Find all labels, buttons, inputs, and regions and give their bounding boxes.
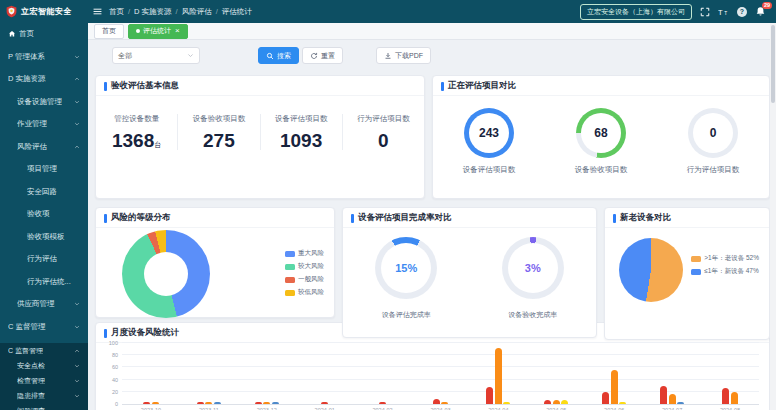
ring-gauge: 68设备验收项目数 <box>575 108 628 175</box>
logo: 立宏智能安全 <box>0 5 88 18</box>
chevron-down-icon <box>74 54 80 60</box>
page-scrollbar[interactable] <box>770 23 776 410</box>
svg-text:T: T <box>724 10 727 15</box>
legend-label: ≤1年：新设备 47% <box>704 267 759 276</box>
legend-label: 一般风险 <box>298 275 324 284</box>
card-device-age-header: 新老设备对比 <box>605 208 769 228</box>
sidebar-item[interactable]: D 实施资源 <box>0 68 88 91</box>
tab-page[interactable]: 首页 <box>94 24 124 39</box>
tab-label: 评估统计 <box>143 26 171 36</box>
sidebar-item[interactable]: C 监督管理 <box>0 316 88 339</box>
sidebar-item[interactable]: 首页 <box>0 23 88 46</box>
bar <box>503 402 510 404</box>
sidebar-item[interactable]: 检查管理 <box>0 373 88 388</box>
help-icon[interactable]: ? <box>737 7 747 17</box>
legend-swatch <box>691 256 701 262</box>
filter-select[interactable]: 全部 <box>112 47 200 64</box>
device-age-body: >1年：老设备 52%≤1年：新设备 47% <box>605 228 769 302</box>
company-button[interactable]: 立宏安全设备（上海）有限公司 <box>580 4 692 20</box>
card-title: 验收评估基本信息 <box>111 80 179 92</box>
logo-shield-icon <box>5 5 18 18</box>
completion-gauge-value: 3% <box>508 243 558 293</box>
font-size-icon[interactable]: TT <box>718 7 729 17</box>
sidebar-item-label: C 监督管理 <box>8 346 43 356</box>
bar <box>660 386 667 404</box>
bar <box>143 402 150 404</box>
card-completion-rates: 设备评估项目完成率对比 15%设备评估完成率3%设备验收完成率 <box>342 207 597 338</box>
sidebar-item[interactable]: 行为评估 <box>0 248 88 271</box>
sidebar-item[interactable]: 安全回路 <box>0 181 88 204</box>
fullscreen-icon[interactable] <box>700 7 710 17</box>
stat-label: 设备验收项目数 <box>178 114 259 124</box>
sidebar-item[interactable]: 设备设施管理 <box>0 91 88 114</box>
notification-badge: 29 <box>762 2 772 9</box>
sidebar-item[interactable]: 问题调查 <box>0 403 88 410</box>
stat-group: 管控设备数量1368台设备验收项目数275设备评估项目数1093行为评估项目数0 <box>96 114 424 150</box>
legend-item[interactable]: 较低风险 <box>285 288 324 297</box>
bar <box>205 402 212 404</box>
tab-active[interactable]: 评估统计× <box>128 24 188 39</box>
card-completion-header: 设备评估项目完成率对比 <box>343 208 596 228</box>
scrollbar-thumb[interactable] <box>771 25 775 103</box>
breadcrumb-item[interactable]: 首页 <box>109 7 124 17</box>
donut-hole <box>144 252 188 296</box>
svg-text:T: T <box>718 7 723 16</box>
completion-gauge: 3%设备验收完成率 <box>502 237 564 320</box>
chevron-down-icon <box>74 363 80 369</box>
sidebar-item-label: 项目管理 <box>27 164 57 174</box>
sidebar-item[interactable]: 隐患排查 <box>0 388 88 403</box>
search-button[interactable]: 搜索 <box>258 47 299 64</box>
sidebar-item-label: C 监督管理 <box>8 322 46 332</box>
sidebar-item[interactable]: 安全点检 <box>0 358 88 373</box>
bar <box>272 402 279 404</box>
ring-gauge-label: 行为评估项目数 <box>687 165 740 175</box>
breadcrumb-item[interactable]: D 实施资源 <box>134 7 172 17</box>
menu-toggle-icon[interactable] <box>93 7 102 16</box>
chevron-down-icon <box>74 99 80 105</box>
title-marker <box>104 82 107 91</box>
sidebar-item-label: 问题调查 <box>17 406 45 410</box>
legend-item[interactable]: ≤1年：新设备 47% <box>691 267 759 276</box>
breadcrumb-item[interactable]: 评估统计 <box>222 7 252 17</box>
chevron-down-icon <box>74 301 80 307</box>
bar-group <box>354 344 412 404</box>
sidebar-item[interactable]: 作业管理 <box>0 113 88 136</box>
bar-group <box>643 344 701 404</box>
legend-item[interactable]: >1年：老设备 52% <box>691 254 759 263</box>
bar <box>486 387 493 404</box>
legend-label: >1年：老设备 52% <box>704 254 759 263</box>
bar <box>433 399 440 404</box>
download-icon <box>384 52 392 60</box>
breadcrumb-separator: / <box>216 7 218 16</box>
sidebar-item[interactable]: P 管理体系 <box>0 46 88 69</box>
legend-item[interactable]: 一般风险 <box>285 275 324 284</box>
download-pdf-button[interactable]: 下载PDF <box>376 47 431 64</box>
breadcrumb-item[interactable]: 风险评估 <box>182 7 212 17</box>
bar <box>553 400 560 404</box>
card-device-age: 新老设备对比 >1年：老设备 52%≤1年：新设备 47% <box>604 207 770 340</box>
gridline <box>122 342 759 343</box>
title-marker <box>104 329 107 338</box>
sidebar-item[interactable]: 验收项模板 <box>0 226 88 249</box>
stat-item: 设备评估项目数1093 <box>261 114 343 150</box>
sidebar-item[interactable]: 项目管理 <box>0 158 88 181</box>
bar <box>669 394 676 404</box>
card-progress-header: 正在评估项目对比 <box>433 76 769 96</box>
sidebar-item[interactable]: 风险评估 <box>0 136 88 159</box>
chevron-down-icon <box>187 52 194 59</box>
sidebar-item[interactable]: 行为评估统... <box>0 271 88 294</box>
reset-button[interactable]: 重置 <box>302 47 343 64</box>
bar <box>255 402 262 404</box>
sidebar-item[interactable]: 供应商管理 <box>0 293 88 316</box>
chevron-down-icon <box>74 121 80 127</box>
legend-item[interactable]: 较大风险 <box>285 262 324 271</box>
bar-group <box>469 344 527 404</box>
tab-bar: 首页评估统计× <box>88 23 776 40</box>
legend-item[interactable]: 重大风险 <box>285 249 324 258</box>
breadcrumb-separator: / <box>176 7 178 16</box>
bar-group <box>527 344 585 404</box>
notifications-bell[interactable]: 29 <box>755 6 766 17</box>
tab-close-icon[interactable]: × <box>175 27 180 35</box>
sidebar-item[interactable]: 验收项 <box>0 203 88 226</box>
sidebar-item[interactable]: C 监督管理 <box>0 343 88 358</box>
